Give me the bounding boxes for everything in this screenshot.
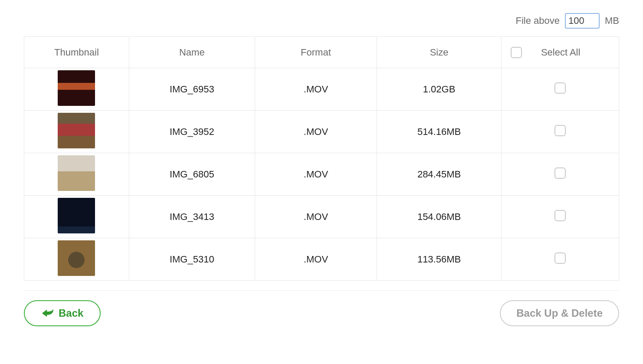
row-select-checkbox[interactable] xyxy=(554,167,566,179)
file-table: Thumbnail Name Format Size Select All IM… xyxy=(24,36,619,281)
backup-delete-button-label: Back Up & Delete xyxy=(516,307,603,319)
col-header-format: Format xyxy=(255,37,377,68)
cell-name: IMG_3952 xyxy=(129,111,255,153)
thumbnail-image xyxy=(58,113,95,148)
cell-size: 113.56MB xyxy=(377,238,502,281)
row-select-checkbox[interactable] xyxy=(554,253,566,264)
cell-size: 284.45MB xyxy=(377,153,502,196)
row-select-checkbox[interactable] xyxy=(554,82,566,94)
col-header-thumbnail: Thumbnail xyxy=(24,37,129,68)
col-header-name: Name xyxy=(129,37,255,68)
cell-format: .MOV xyxy=(255,238,377,281)
cell-name: IMG_3413 xyxy=(129,196,255,238)
row-select-checkbox[interactable] xyxy=(554,210,566,221)
filter-bar: File above MB xyxy=(24,13,619,29)
row-select-checkbox[interactable] xyxy=(554,125,566,136)
cell-name: IMG_5310 xyxy=(129,238,255,281)
select-all-checkbox[interactable] xyxy=(511,47,522,58)
select-all-label: Select All xyxy=(541,47,581,58)
table-row: IMG_5310 .MOV 113.56MB xyxy=(24,238,619,281)
col-header-size: Size xyxy=(377,37,502,68)
cell-format: .MOV xyxy=(255,153,377,196)
table-row: IMG_6805 .MOV 284.45MB xyxy=(24,153,619,196)
thumbnail-image xyxy=(58,198,95,233)
thumbnail-image xyxy=(58,240,95,276)
cell-format: .MOV xyxy=(255,68,377,111)
cell-size: 1.02GB xyxy=(377,68,502,111)
back-button[interactable]: Back xyxy=(24,300,101,326)
filter-unit: MB xyxy=(605,15,619,26)
cell-name: IMG_6953 xyxy=(129,68,255,111)
back-button-label: Back xyxy=(59,307,83,319)
cell-format: .MOV xyxy=(255,196,377,238)
file-size-threshold-input[interactable] xyxy=(565,13,600,29)
cell-format: .MOV xyxy=(255,111,377,153)
cell-size: 154.06MB xyxy=(377,196,502,238)
thumbnail-image xyxy=(58,70,95,106)
table-row: IMG_3952 .MOV 514.16MB xyxy=(24,111,619,153)
footer-bar: Back Back Up & Delete xyxy=(24,290,619,326)
cell-size: 514.16MB xyxy=(377,111,502,153)
back-arrow-icon xyxy=(41,308,54,318)
thumbnail-image xyxy=(58,155,95,191)
backup-delete-button[interactable]: Back Up & Delete xyxy=(500,300,619,326)
col-header-select: Select All xyxy=(501,37,619,68)
table-row: IMG_6953 .MOV 1.02GB xyxy=(24,68,619,111)
cell-name: IMG_6805 xyxy=(129,153,255,196)
filter-label: File above xyxy=(515,15,560,26)
table-row: IMG_3413 .MOV 154.06MB xyxy=(24,196,619,238)
